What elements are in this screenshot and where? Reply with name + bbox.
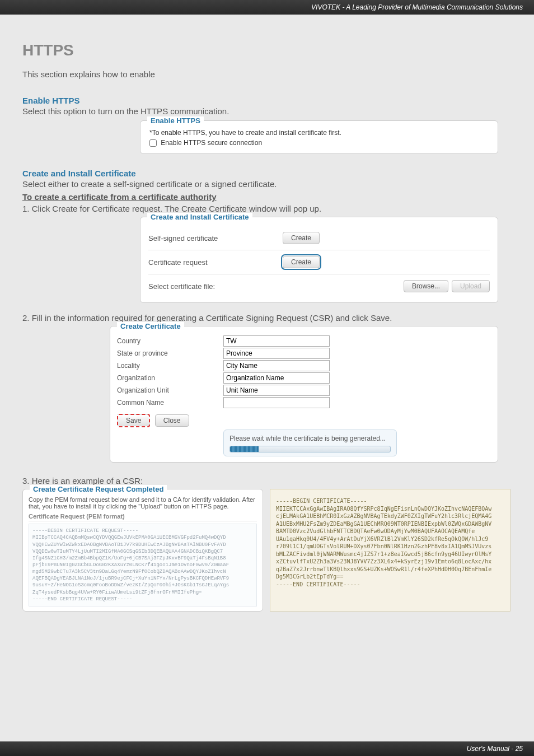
generating-box: Please wait while the certificate is bei… [223, 430, 397, 456]
create-install-legend: Create and Install Certificate [147, 213, 252, 221]
state-label: State or province [117, 349, 223, 357]
select-cert-row: Select certificate file: Browse... Uploa… [148, 274, 490, 298]
self-signed-label: Self-signed certificate [148, 234, 283, 242]
cert-request-label: Certificate request [148, 258, 283, 267]
enable-https-panel: Enable HTTPS *To enable HTTPS, you have … [140, 120, 498, 154]
common-name-label: Common Name [117, 399, 223, 407]
self-signed-row: Self-signed certificate Create [148, 226, 490, 250]
to-create-heading: To create a certificate from a certifica… [22, 192, 512, 202]
create-install-text: Select either to create a self-signed ce… [22, 179, 512, 189]
enable-https-text: Select this option to turn on the HTTPS … [22, 106, 512, 116]
select-cert-label: Select certificate file: [148, 282, 283, 291]
cert-request-row: Certificate request Create [148, 250, 490, 274]
close-button[interactable]: Close [155, 414, 189, 427]
intro-text: This section explains how to enable [22, 69, 512, 79]
organization-label: Organization [117, 374, 223, 382]
page-title: HTTPS [22, 41, 512, 59]
save-button[interactable]: Save [117, 414, 150, 427]
common-name-input[interactable] [223, 397, 330, 408]
enable-https-heading: Enable HTTPS [22, 96, 512, 105]
csr-request-panel: Create Certificate Request Completed Cop… [22, 489, 263, 612]
csr-pem-text: -----BEGIN CERTIFICATE REQUEST----- MIIB… [29, 524, 257, 606]
cert-request-create-button[interactable]: Create [283, 256, 320, 268]
country-label: Country [117, 337, 223, 345]
enable-https-checkbox-label: Enable HTTPS secure connection [161, 139, 262, 147]
browse-button[interactable]: Browse... [404, 280, 448, 292]
org-unit-label: Organization Unit [117, 386, 223, 394]
csr-left-legend: Create Certificate Request Completed [30, 485, 167, 493]
create-install-heading: Create and Install Certificate [22, 169, 512, 178]
org-unit-input[interactable] [223, 385, 330, 396]
self-signed-create-button[interactable]: Create [283, 232, 320, 244]
csr-cert-text: -----BEGIN CERTIFICATE----- MIIEKTCCAxGg… [276, 497, 504, 588]
country-input[interactable] [223, 335, 330, 347]
create-certificate-panel: Create Certificate Country State or prov… [110, 326, 498, 463]
csr-subheading: Certificate Request (PEM format) [29, 513, 257, 521]
csr-example: Create Certificate Request Completed Cop… [22, 489, 512, 612]
locality-input[interactable] [223, 360, 330, 371]
step3: 3. Here is an example of a CSR: [22, 476, 512, 486]
enable-https-checkbox[interactable] [149, 139, 157, 147]
create-install-panel: Create and Install Certificate Self-sign… [140, 217, 498, 303]
csr-instruction: Copy the PEM format request below and se… [29, 496, 257, 510]
page-body: HTTPS This section explains how to enabl… [0, 15, 534, 612]
footer-text: User's Manual - 25 [467, 745, 523, 753]
header-tagline: VIVOTEK - A Leading Provider of Multimed… [311, 3, 523, 11]
locality-label: Locality [117, 362, 223, 370]
step2: 2. Fill in the information required for … [22, 313, 512, 323]
organization-input[interactable] [223, 372, 330, 384]
page-header: VIVOTEK - A Leading Provider of Multimed… [0, 0, 534, 15]
progress-bar [229, 446, 391, 452]
state-input[interactable] [223, 348, 330, 359]
enable-https-legend: Enable HTTPS [147, 116, 204, 125]
enable-note: *To enable HTTPS, you have to create and… [149, 129, 489, 137]
upload-button[interactable]: Upload [452, 280, 490, 292]
page-footer: User's Manual - 25 [0, 741, 534, 756]
generating-text: Please wait while the certificate is bei… [229, 435, 386, 442]
create-certificate-legend: Create Certificate [117, 322, 184, 330]
step1: 1. Click Create for Certificate request.… [22, 204, 512, 213]
csr-cert-output: -----BEGIN CERTIFICATE----- MIIEKTCCAxGg… [270, 489, 510, 612]
